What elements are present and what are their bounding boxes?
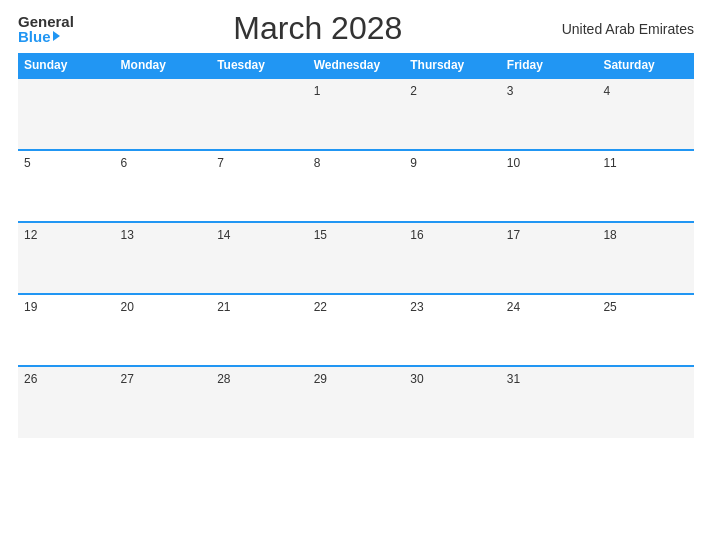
calendar-cell: 14	[211, 222, 308, 294]
calendar-cell: 6	[115, 150, 212, 222]
calendar-cell: 28	[211, 366, 308, 438]
calendar-cell: 15	[308, 222, 405, 294]
calendar-cell: 19	[18, 294, 115, 366]
day-number: 1	[314, 84, 321, 98]
logo-general-text: General	[18, 14, 74, 29]
week-row-4: 262728293031	[18, 366, 694, 438]
day-number: 10	[507, 156, 520, 170]
day-number: 29	[314, 372, 327, 386]
calendar-cell: 3	[501, 78, 598, 150]
top-bar: General Blue March 2028 United Arab Emir…	[18, 10, 694, 47]
day-number: 15	[314, 228, 327, 242]
calendar-title: March 2028	[74, 10, 562, 47]
calendar-table: SundayMondayTuesdayWednesdayThursdayFrid…	[18, 53, 694, 438]
day-number: 8	[314, 156, 321, 170]
day-number: 6	[121, 156, 128, 170]
header-day-thursday: Thursday	[404, 53, 501, 78]
calendar-cell: 5	[18, 150, 115, 222]
calendar-cell	[597, 366, 694, 438]
calendar-header: SundayMondayTuesdayWednesdayThursdayFrid…	[18, 53, 694, 78]
header-day-sunday: Sunday	[18, 53, 115, 78]
calendar-cell: 11	[597, 150, 694, 222]
calendar-cell	[18, 78, 115, 150]
calendar-cell: 25	[597, 294, 694, 366]
calendar-cell: 4	[597, 78, 694, 150]
calendar-cell: 22	[308, 294, 405, 366]
calendar-cell: 1	[308, 78, 405, 150]
calendar-cell: 16	[404, 222, 501, 294]
day-number: 31	[507, 372, 520, 386]
day-number: 21	[217, 300, 230, 314]
day-number: 12	[24, 228, 37, 242]
day-number: 25	[603, 300, 616, 314]
calendar-cell: 8	[308, 150, 405, 222]
calendar-cell: 12	[18, 222, 115, 294]
day-number: 14	[217, 228, 230, 242]
week-row-1: 567891011	[18, 150, 694, 222]
calendar-cell: 24	[501, 294, 598, 366]
logo: General Blue	[18, 14, 74, 44]
calendar-cell: 30	[404, 366, 501, 438]
day-number: 18	[603, 228, 616, 242]
calendar-cell: 18	[597, 222, 694, 294]
calendar-cell: 13	[115, 222, 212, 294]
day-number: 7	[217, 156, 224, 170]
week-row-2: 12131415161718	[18, 222, 694, 294]
day-number: 11	[603, 156, 616, 170]
day-number: 30	[410, 372, 423, 386]
day-number: 4	[603, 84, 610, 98]
day-number: 19	[24, 300, 37, 314]
calendar-cell: 17	[501, 222, 598, 294]
day-number: 23	[410, 300, 423, 314]
day-number: 26	[24, 372, 37, 386]
day-number: 3	[507, 84, 514, 98]
header-day-wednesday: Wednesday	[308, 53, 405, 78]
day-number: 9	[410, 156, 417, 170]
calendar-cell: 9	[404, 150, 501, 222]
day-number: 27	[121, 372, 134, 386]
day-number: 5	[24, 156, 31, 170]
day-number: 24	[507, 300, 520, 314]
logo-blue-text: Blue	[18, 29, 60, 44]
calendar-cell	[211, 78, 308, 150]
calendar-body: 1234567891011121314151617181920212223242…	[18, 78, 694, 438]
calendar-cell	[115, 78, 212, 150]
header-day-tuesday: Tuesday	[211, 53, 308, 78]
calendar-cell: 21	[211, 294, 308, 366]
calendar-cell: 27	[115, 366, 212, 438]
day-number: 16	[410, 228, 423, 242]
day-number: 20	[121, 300, 134, 314]
logo-triangle-icon	[53, 31, 60, 41]
header-day-monday: Monday	[115, 53, 212, 78]
calendar-cell: 10	[501, 150, 598, 222]
week-row-0: 1234	[18, 78, 694, 150]
country-label: United Arab Emirates	[562, 21, 694, 37]
week-row-3: 19202122232425	[18, 294, 694, 366]
header-day-friday: Friday	[501, 53, 598, 78]
day-number: 2	[410, 84, 417, 98]
header-day-saturday: Saturday	[597, 53, 694, 78]
calendar-cell: 26	[18, 366, 115, 438]
day-number: 13	[121, 228, 134, 242]
calendar-cell: 31	[501, 366, 598, 438]
calendar-cell: 2	[404, 78, 501, 150]
day-number: 17	[507, 228, 520, 242]
calendar-cell: 23	[404, 294, 501, 366]
day-number: 28	[217, 372, 230, 386]
calendar-cell: 7	[211, 150, 308, 222]
day-number: 22	[314, 300, 327, 314]
calendar-cell: 20	[115, 294, 212, 366]
header-row: SundayMondayTuesdayWednesdayThursdayFrid…	[18, 53, 694, 78]
calendar-cell: 29	[308, 366, 405, 438]
